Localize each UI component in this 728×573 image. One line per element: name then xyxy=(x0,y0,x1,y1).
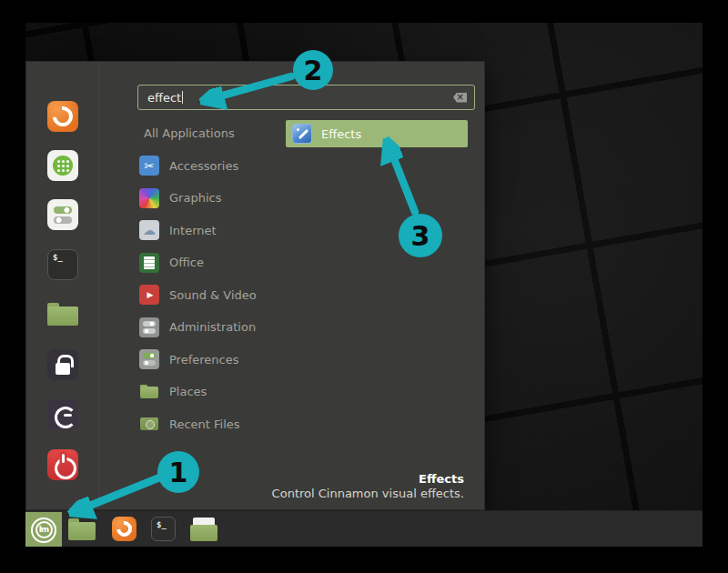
text-caret xyxy=(182,91,183,104)
toggles-green-icon xyxy=(139,349,159,369)
taskbar-panel: lm $_ xyxy=(25,510,703,547)
category-list: All Applications ✂ Accessories Graphics … xyxy=(139,117,294,440)
category-graphics[interactable]: Graphics xyxy=(139,182,294,215)
menu-button[interactable]: lm xyxy=(25,512,62,547)
shutdown-icon[interactable] xyxy=(47,449,78,480)
software-manager-icon[interactable] xyxy=(47,150,78,181)
toggles-icon xyxy=(139,317,159,337)
folder-icon xyxy=(139,382,159,402)
magic-wand-icon xyxy=(292,124,312,144)
cinnamon-menu-popup: $_ effect All Applications ✂ Accessories xyxy=(25,61,485,510)
folder-clock-icon xyxy=(139,414,159,434)
file-manager-icon[interactable] xyxy=(68,518,96,540)
favorites-sidebar: $_ xyxy=(26,62,99,509)
category-internet[interactable]: ☁ Internet xyxy=(139,215,294,247)
terminal-icon[interactable]: $_ xyxy=(151,517,176,541)
category-places[interactable]: Places xyxy=(139,376,294,408)
mint-logo-icon: lm xyxy=(31,518,56,543)
clear-search-icon[interactable] xyxy=(453,93,467,103)
category-sound-video[interactable]: ▶ Sound & Video xyxy=(139,279,294,312)
lock-screen-icon[interactable] xyxy=(47,349,78,380)
selection-title: Effects xyxy=(272,472,464,487)
category-all-applications[interactable]: All Applications xyxy=(139,117,294,150)
selection-info: Effects Control Cinnamon visual effects. xyxy=(272,472,464,502)
screenshot-root: $_ effect All Applications ✂ Accessories xyxy=(0,0,728,573)
category-office[interactable]: Office xyxy=(139,246,294,279)
category-recent-files[interactable]: Recent Files xyxy=(139,408,294,441)
category-preferences[interactable]: Preferences xyxy=(139,344,294,377)
logout-icon[interactable] xyxy=(47,399,78,430)
play-icon: ▶ xyxy=(139,285,159,305)
files-folder-icon[interactable] xyxy=(47,298,78,329)
firefox-icon[interactable] xyxy=(47,101,78,132)
scissors-icon: ✂ xyxy=(139,156,159,176)
category-administration[interactable]: Administration xyxy=(139,311,294,344)
search-input[interactable]: effect xyxy=(137,85,475,110)
search-query-text: effect xyxy=(147,91,181,105)
selection-description: Control Cinnamon visual effects. xyxy=(272,487,464,501)
category-accessories[interactable]: ✂ Accessories xyxy=(139,150,294,183)
firefox-icon[interactable] xyxy=(112,517,136,541)
search-result-effects[interactable]: Effects xyxy=(286,120,468,147)
document-icon xyxy=(139,253,159,273)
cloud-icon: ☁ xyxy=(139,220,159,240)
palette-icon xyxy=(139,188,159,208)
files-icon[interactable] xyxy=(190,518,217,541)
system-settings-icon[interactable] xyxy=(47,199,78,230)
desktop: $_ effect All Applications ✂ Accessories xyxy=(25,23,703,547)
terminal-icon[interactable]: $_ xyxy=(47,249,78,280)
